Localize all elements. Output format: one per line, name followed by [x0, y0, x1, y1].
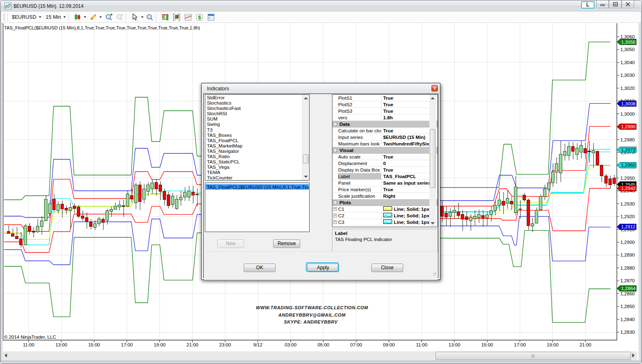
svg-text:SKYPE: ANDREYBBRV: SKYPE: ANDREYBBRV	[284, 319, 338, 324]
svg-text:TAS_FloatPCL($EURUSD (15 Min),: TAS_FloatPCL($EURUSD (15 Min),8,1,True,T…	[4, 25, 200, 30]
svg-text:13:00: 13:00	[56, 342, 67, 347]
svg-text:03:00: 03:00	[285, 342, 296, 347]
svg-text:1,2864: 1,2864	[621, 286, 636, 291]
svg-text:1,3056: 1,3056	[621, 40, 635, 45]
svg-text:1,2972: 1,2972	[621, 147, 635, 152]
svg-text:09:00: 09:00	[383, 342, 395, 347]
svg-text:WWW.TRADING-SOFTWARE-COLLECTIO: WWW.TRADING-SOFTWARE-COLLECTION.COM	[256, 305, 368, 310]
svg-text:1,2830: 1,2830	[620, 330, 635, 335]
svg-text:1,2950: 1,2950	[620, 176, 635, 181]
svg-text:1,3040: 1,3040	[620, 60, 635, 65]
svg-text:1,2870: 1,2870	[620, 278, 635, 283]
svg-text:© 2014 NinjaTrader, LLC: © 2014 NinjaTrader, LLC	[4, 335, 56, 339]
svg-text:05:00: 05:00	[317, 342, 329, 347]
svg-text:11:00: 11:00	[416, 342, 427, 347]
svg-text:9/12: 9/12	[253, 342, 262, 347]
svg-text:1,3000: 1,3000	[620, 112, 635, 116]
svg-text:1,2880: 1,2880	[620, 266, 635, 270]
svg-text:$: $	[198, 14, 202, 20]
svg-text:21:00: 21:00	[579, 342, 591, 347]
svg-text:13:00: 13:00	[449, 342, 460, 347]
svg-text:15:00: 15:00	[88, 342, 100, 347]
svg-text:1,2840: 1,2840	[620, 317, 635, 322]
svg-text:15:00: 15:00	[481, 342, 493, 347]
svg-text:1,2942: 1,2942	[621, 186, 635, 191]
svg-text:1,2850: 1,2850	[620, 304, 635, 309]
svg-text:1,2912: 1,2912	[621, 224, 635, 229]
svg-text:1,3020: 1,3020	[620, 86, 635, 91]
svg-text:21:00: 21:00	[186, 342, 198, 347]
svg-text:07:00: 07:00	[350, 342, 362, 347]
svg-text:1,2920: 1,2920	[620, 214, 635, 219]
svg-text:1,2890: 1,2890	[620, 252, 635, 257]
svg-text:1,3008: 1,3008	[621, 101, 635, 106]
svg-text:1,3030: 1,3030	[620, 73, 635, 78]
svg-text:23:00: 23:00	[219, 342, 231, 347]
svg-text:1,2930: 1,2930	[620, 201, 635, 206]
svg-text:1,2860: 1,2860	[620, 291, 635, 296]
svg-text:1,3050: 1,3050	[620, 47, 635, 52]
svg-text:17:00: 17:00	[121, 342, 133, 347]
svg-text:1,3060: 1,3060	[620, 34, 635, 39]
svg-text:11:00: 11:00	[23, 342, 34, 347]
svg-text:ANDREYBBRV@GMAIL.COM: ANDREYBBRV@GMAIL.COM	[278, 313, 346, 317]
svg-text:1,2990: 1,2990	[621, 124, 635, 129]
svg-text:17:00: 17:00	[514, 342, 526, 347]
svg-text:1,2900: 1,2900	[620, 240, 635, 245]
svg-text:1,2980: 1,2980	[620, 137, 635, 142]
svg-text:19:00: 19:00	[547, 342, 559, 347]
svg-text:19:00: 19:00	[154, 342, 166, 347]
svg-text:1,2960: 1,2960	[621, 163, 635, 167]
